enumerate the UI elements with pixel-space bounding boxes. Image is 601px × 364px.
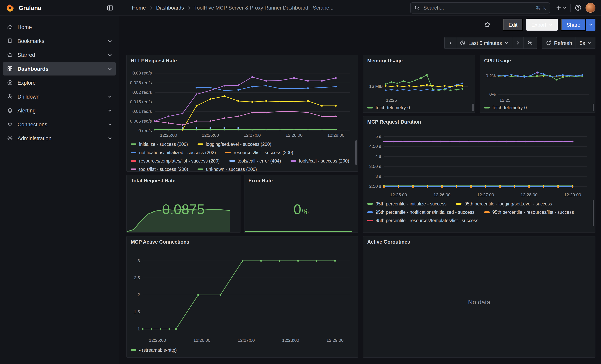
add-new-button[interactable] bbox=[556, 5, 566, 11]
sidebar-item-connections[interactable]: Connections bbox=[3, 118, 116, 131]
series-color-marker bbox=[229, 160, 235, 162]
panel-title[interactable]: Error Rate bbox=[244, 175, 358, 186]
chevron-down-icon[interactable] bbox=[108, 67, 112, 71]
panel-title[interactable]: MCP Active Connections bbox=[127, 236, 358, 247]
legend-item[interactable]: initialize - success (200) bbox=[131, 140, 188, 148]
series-color-marker bbox=[131, 152, 136, 153]
svg-text:1: 1 bbox=[138, 326, 140, 331]
svg-text:0.01 req/s: 0.01 req/s bbox=[132, 109, 152, 114]
scrollbar[interactable] bbox=[355, 140, 357, 165]
legend-item[interactable]: tools/call - error (404) bbox=[229, 157, 281, 165]
legend-item[interactable]: - (streamable-http) bbox=[131, 346, 177, 354]
avatar[interactable] bbox=[585, 3, 595, 13]
scrollbar[interactable] bbox=[593, 200, 594, 226]
time-shift-forward-button[interactable] bbox=[512, 37, 524, 49]
svg-text:0.2%: 0.2% bbox=[486, 73, 496, 78]
legend-item[interactable]: resources/list - success (200) bbox=[225, 149, 293, 157]
chevron-down-icon[interactable] bbox=[108, 122, 112, 127]
series-color-marker bbox=[131, 160, 136, 162]
legend: fetch-telemetry-0 bbox=[480, 103, 595, 112]
legend-item[interactable]: unknown - success (200) bbox=[198, 165, 257, 171]
help-button[interactable] bbox=[575, 4, 581, 11]
panel-title[interactable]: Total Request Rate bbox=[127, 175, 240, 186]
panel-title[interactable]: CPU Usage bbox=[480, 55, 595, 66]
legend-item[interactable]: 95th percentile - resources/templates/li… bbox=[367, 216, 478, 225]
refresh-button[interactable]: Refresh bbox=[541, 37, 576, 49]
chart-area: 0.2%0%12:25 bbox=[482, 66, 593, 103]
chevron-down-icon[interactable] bbox=[108, 94, 112, 99]
no-data-message: No data bbox=[363, 247, 595, 357]
chevron-down-icon bbox=[589, 23, 593, 26]
series-color-marker bbox=[367, 107, 373, 108]
series-color-marker bbox=[367, 220, 373, 221]
sidebar-toggle-icon[interactable] bbox=[107, 4, 114, 11]
svg-text:0%: 0% bbox=[489, 92, 496, 97]
legend-item[interactable]: 95th percentile - notifications/initiali… bbox=[367, 208, 474, 216]
svg-text:12:29:00: 12:29:00 bbox=[564, 192, 581, 197]
share-menu-button[interactable] bbox=[586, 19, 595, 31]
mcp-active-connections-chart[interactable]: 32.521.5112:25:0012:26:0012:27:0012:28:0… bbox=[129, 247, 355, 345]
sidebar-item-alerting[interactable]: Alerting bbox=[3, 104, 116, 117]
panel-http-request-rate: HTTP Request Rate 0 req/s0.005 req/s0.01… bbox=[126, 55, 358, 172]
svg-text:16 MiB: 16 MiB bbox=[369, 84, 383, 89]
search-input[interactable]: Search... ⌘+k bbox=[410, 2, 550, 13]
gear-icon bbox=[7, 135, 13, 141]
panel-title[interactable]: MCP Request Duration bbox=[363, 117, 595, 128]
scrollbar[interactable] bbox=[593, 104, 594, 111]
chevron-down-icon[interactable] bbox=[108, 136, 112, 140]
http-request-rate-chart[interactable]: 0 req/s0.005 req/s0.01 req/s0.015 req/s0… bbox=[129, 66, 355, 139]
breadcrumb-dashboards[interactable]: Dashboards bbox=[156, 5, 184, 11]
legend-item[interactable]: 95th percentile - resources/list - succe… bbox=[484, 208, 574, 216]
grafana-logo-icon[interactable] bbox=[6, 3, 15, 12]
svg-text:12:26:00: 12:26:00 bbox=[202, 133, 219, 138]
scrollbar[interactable] bbox=[472, 104, 474, 111]
legend-item[interactable]: fetch-telemetry-0 bbox=[367, 104, 410, 112]
legend-item[interactable]: 95th percentile - initialize - success bbox=[367, 200, 447, 208]
zoom-out-button[interactable] bbox=[523, 37, 537, 49]
mcp-request-duration-chart[interactable]: 5 s4.50 s4 s3.50 s3 s2.50 s12:25:0012:26… bbox=[366, 128, 593, 199]
sidebar-item-starred[interactable]: Starred bbox=[3, 48, 116, 62]
time-shift-back-button[interactable] bbox=[444, 37, 456, 49]
breadcrumb-home[interactable]: Home bbox=[132, 5, 146, 11]
svg-text:0.03 req/s: 0.03 req/s bbox=[132, 70, 152, 76]
series-color-marker bbox=[367, 203, 373, 205]
legend-item[interactable]: tools/list - success (200) bbox=[131, 165, 188, 171]
breadcrumb: Home Dashboards ToolHive MCP Server & Pr… bbox=[132, 5, 333, 11]
favorite-star-button[interactable] bbox=[484, 21, 491, 28]
edit-button[interactable]: Edit bbox=[503, 19, 523, 31]
chevron-right-icon bbox=[187, 6, 191, 10]
sidebar-item-dashboards[interactable]: Dashboards bbox=[3, 62, 116, 76]
legend-item[interactable]: resources/templates/list - success (200) bbox=[131, 157, 220, 165]
panel-title[interactable]: HTTP Request Rate bbox=[127, 55, 358, 66]
sidebar-item-bookmarks[interactable]: Bookmarks bbox=[3, 34, 116, 48]
dashboard-toolbar: Edit Export Share bbox=[119, 16, 601, 33]
export-button[interactable]: Export bbox=[526, 19, 558, 31]
sidebar-item-home[interactable]: Home bbox=[3, 20, 116, 34]
top-nav: Grafana Home Dashboards ToolHive MCP Ser… bbox=[0, 0, 601, 16]
refresh-interval-picker[interactable]: 5s bbox=[576, 37, 595, 49]
svg-text:4 s: 4 s bbox=[375, 154, 381, 159]
panel-title[interactable]: Memory Usage bbox=[363, 55, 475, 66]
share-button[interactable]: Share bbox=[561, 19, 586, 31]
legend-item[interactable]: fetch-telemetry-0 bbox=[484, 104, 527, 112]
cpu-usage-chart[interactable]: 0.2%0%12:25 bbox=[482, 66, 593, 103]
chevron-right-icon bbox=[516, 41, 520, 45]
chevron-down-icon bbox=[563, 6, 566, 10]
series-color-marker bbox=[197, 143, 203, 145]
chevron-down-icon[interactable] bbox=[108, 108, 112, 113]
legend-item[interactable]: logging/setLevel - success (200) bbox=[197, 140, 271, 148]
clock-icon bbox=[460, 40, 465, 46]
legend-item[interactable]: notifications/initialized - success (202… bbox=[131, 149, 216, 157]
svg-text:12:29:00: 12:29:00 bbox=[327, 338, 344, 343]
sidebar-item-explore[interactable]: Explore bbox=[3, 76, 116, 89]
chevron-down-icon[interactable] bbox=[108, 39, 112, 43]
memory-usage-chart[interactable]: 16 MiB12:25 bbox=[366, 66, 472, 103]
svg-text:12:29:00: 12:29:00 bbox=[327, 133, 344, 138]
sidebar-item-drilldown[interactable]: Drilldown bbox=[3, 90, 116, 103]
legend-item[interactable]: 95th percentile - logging/setLevel - suc… bbox=[456, 200, 552, 208]
chevron-down-icon[interactable] bbox=[108, 53, 112, 57]
sidebar-item-administration[interactable]: Administration bbox=[3, 132, 116, 145]
time-range-picker[interactable]: Last 5 minutes bbox=[456, 37, 512, 49]
panel-title[interactable]: Active Goroutines bbox=[363, 236, 595, 247]
legend-item[interactable]: tools/call - success (200) bbox=[290, 157, 349, 165]
